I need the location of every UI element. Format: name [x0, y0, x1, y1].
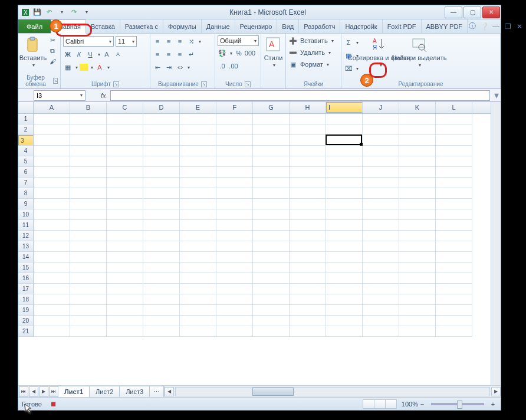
styles-button[interactable]: A Стили▾	[264, 35, 283, 68]
cell[interactable]	[326, 241, 363, 252]
formula-input[interactable]	[110, 90, 490, 101]
merge-center-icon[interactable]: ⇔	[175, 63, 185, 72]
minimize-ribbon-icon[interactable]: ⓘ	[468, 22, 477, 31]
cell[interactable]	[107, 124, 143, 135]
cell[interactable]	[436, 305, 472, 316]
cell[interactable]	[326, 294, 363, 305]
cell[interactable]	[399, 316, 436, 326]
font-name-select[interactable]: Calibri▾	[63, 36, 114, 47]
font-dialog-launcher[interactable]: ↘	[113, 81, 119, 87]
decrease-font-icon[interactable]: A	[113, 50, 123, 59]
column-header[interactable]: I	[326, 102, 363, 113]
cell[interactable]	[326, 188, 363, 199]
cell[interactable]	[290, 273, 326, 284]
cell[interactable]	[363, 252, 399, 262]
cell[interactable]	[363, 114, 399, 124]
sheet-nav-first[interactable]: ⏮	[19, 386, 28, 397]
align-right-icon[interactable]: ≡	[175, 50, 185, 59]
cell[interactable]	[143, 114, 180, 124]
cell[interactable]	[143, 209, 180, 220]
clear-icon[interactable]: ⌧	[344, 64, 353, 73]
view-layout-button[interactable]	[374, 399, 386, 409]
minimize-button[interactable]: —	[445, 6, 462, 18]
cell[interactable]	[399, 124, 436, 135]
cell[interactable]	[290, 220, 326, 231]
cell[interactable]	[363, 241, 399, 252]
cell[interactable]	[290, 146, 326, 156]
cell[interactable]	[436, 188, 472, 199]
cell[interactable]	[143, 316, 180, 326]
cell[interactable]	[253, 305, 290, 316]
cell[interactable]	[290, 231, 326, 241]
cell[interactable]	[107, 209, 143, 220]
cells-insert-button[interactable]: ➕Вставить▾	[288, 35, 334, 46]
cell[interactable]	[180, 294, 216, 305]
orientation-dropdown[interactable]: ▾	[199, 39, 201, 44]
cell[interactable]	[253, 231, 290, 241]
cell[interactable]	[143, 273, 180, 284]
cell[interactable]	[290, 199, 326, 209]
cell[interactable]	[216, 114, 253, 124]
cell[interactable]	[436, 135, 472, 146]
cell[interactable]	[70, 326, 107, 337]
cell[interactable]	[180, 209, 216, 220]
zoom-in-button[interactable]: +	[489, 401, 497, 408]
cell[interactable]	[216, 178, 253, 188]
mdi-restore-icon[interactable]: ❐	[503, 22, 512, 31]
row-header[interactable]: 12	[18, 231, 34, 241]
cell[interactable]	[180, 231, 216, 241]
sheet-tab[interactable]: Лист1	[58, 386, 90, 397]
cell[interactable]	[290, 305, 326, 316]
cell[interactable]	[34, 326, 70, 337]
cell[interactable]	[216, 316, 253, 326]
column-header[interactable]: G	[253, 102, 290, 113]
ribbon-tab-5[interactable]: Рецензиро	[235, 19, 278, 33]
row-header[interactable]: 14	[18, 252, 34, 262]
row-header[interactable]: 16	[18, 273, 34, 284]
cell[interactable]	[143, 284, 180, 294]
qat-save-icon[interactable]: 💾	[32, 8, 42, 17]
horizontal-scrollbar[interactable]	[175, 387, 490, 396]
cell[interactable]	[34, 252, 70, 262]
cell[interactable]	[143, 241, 180, 252]
wrap-text-icon[interactable]: ↵	[186, 50, 196, 59]
cell[interactable]	[399, 305, 436, 316]
accounting-dropdown[interactable]: ▾	[230, 51, 232, 56]
cell[interactable]	[143, 294, 180, 305]
clipboard-dialog-launcher[interactable]: ↘	[53, 78, 58, 84]
zoom-slider[interactable]	[431, 403, 484, 405]
cell[interactable]	[363, 273, 399, 284]
cell[interactable]	[326, 209, 363, 220]
font-size-select[interactable]: 11▾	[116, 36, 137, 47]
macro-record-icon[interactable]: ◼	[49, 399, 58, 409]
cell[interactable]	[253, 199, 290, 209]
cell[interactable]	[34, 199, 70, 209]
cell[interactable]	[216, 220, 253, 231]
cell[interactable]	[107, 156, 143, 167]
fill-color-dropdown[interactable]: ▾	[91, 65, 93, 70]
cell[interactable]	[290, 252, 326, 262]
cell[interactable]	[290, 124, 326, 135]
cell[interactable]	[399, 199, 436, 209]
hscroll-left[interactable]: ◀	[165, 387, 174, 396]
cell[interactable]	[143, 178, 180, 188]
cell[interactable]	[399, 146, 436, 156]
cell[interactable]	[216, 262, 253, 273]
cell[interactable]	[436, 146, 472, 156]
file-tab[interactable]: Файл	[18, 19, 51, 33]
font-color-dropdown[interactable]: ▾	[107, 65, 110, 70]
cell[interactable]	[253, 167, 290, 178]
column-header[interactable]: H	[290, 102, 326, 113]
cell[interactable]	[107, 252, 143, 262]
cell[interactable]	[107, 305, 143, 316]
row-header[interactable]: 2	[18, 124, 34, 135]
cell[interactable]	[326, 231, 363, 241]
paste-button[interactable]: Вставить ▾	[21, 35, 45, 68]
cell[interactable]	[70, 156, 107, 167]
qat-redo-icon[interactable]: ↷	[69, 8, 78, 17]
cell[interactable]	[399, 262, 436, 273]
cell[interactable]	[107, 188, 143, 199]
cell[interactable]	[399, 252, 436, 262]
column-header[interactable]: L	[436, 102, 472, 113]
qat-undo-icon[interactable]: ↶	[44, 8, 54, 17]
